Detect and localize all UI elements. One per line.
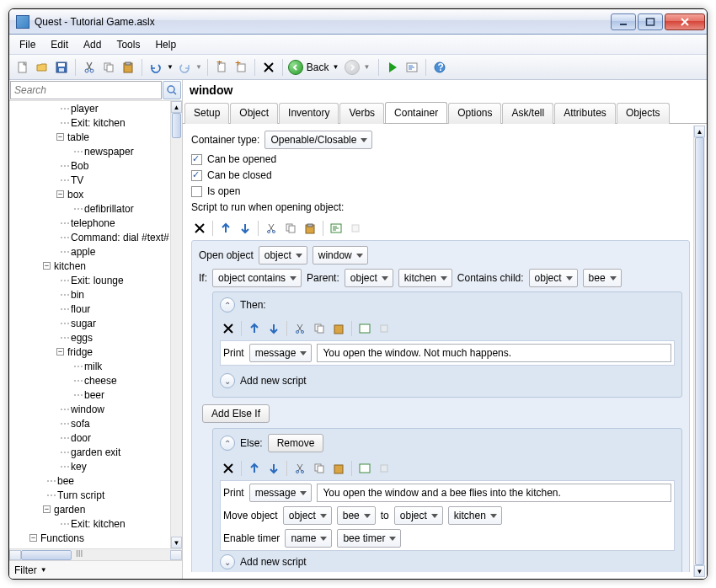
tree-item[interactable]: sofa <box>71 418 90 430</box>
can-open-checkbox[interactable] <box>191 154 202 165</box>
code-view-icon[interactable] <box>356 320 373 337</box>
cut-icon[interactable] <box>291 320 308 337</box>
print-type-dropdown[interactable]: message <box>249 344 313 362</box>
scroll-thumb[interactable] <box>695 137 704 565</box>
expand-icon[interactable] <box>376 460 393 477</box>
container-type-dropdown[interactable]: Openable/Closable <box>264 131 372 149</box>
move-dst-type-dropdown[interactable]: object <box>394 506 443 525</box>
tree-item[interactable]: table <box>67 131 89 143</box>
forward-button[interactable]: ▼ <box>345 60 373 75</box>
help-icon[interactable]: ? <box>431 59 448 76</box>
minimize-button[interactable] <box>611 13 636 30</box>
is-open-checkbox[interactable] <box>191 186 202 197</box>
tab-setup[interactable]: Setup <box>184 103 229 124</box>
timer-type-dropdown[interactable]: name <box>285 529 332 548</box>
copy-icon[interactable] <box>311 320 328 337</box>
tab-options[interactable]: Options <box>448 103 501 124</box>
content-vscrollbar[interactable]: ▲ ▼ <box>693 126 705 577</box>
titlebar[interactable]: Quest - Tutorial Game.aslx <box>9 9 707 35</box>
redo-dropdown-icon[interactable]: ▼ <box>195 63 202 71</box>
move-up-icon[interactable] <box>246 320 263 337</box>
code-view-script-icon[interactable] <box>328 220 345 237</box>
scroll-down-icon[interactable]: ▼ <box>171 537 182 548</box>
collapse-icon[interactable]: − <box>29 534 37 542</box>
tab-attributes[interactable]: Attributes <box>554 103 616 124</box>
expand-icon[interactable] <box>376 320 393 337</box>
if-condition-dropdown[interactable]: object contains <box>212 269 302 287</box>
object-tree[interactable]: ⋯player ⋯Exit: kitchen −table ⋯newspaper… <box>9 101 182 548</box>
scroll-up-icon[interactable]: ▲ <box>171 101 182 113</box>
tab-object[interactable]: Object <box>230 103 278 124</box>
timer-value-dropdown[interactable]: bee timer <box>337 529 401 548</box>
search-input[interactable] <box>10 81 162 99</box>
forward-dropdown-icon[interactable]: ▼ <box>363 63 370 71</box>
child-value-dropdown[interactable]: bee <box>583 269 622 287</box>
move-down-icon[interactable] <box>265 320 282 337</box>
filter-row[interactable]: Filter ▼ <box>9 560 182 579</box>
print-message-input[interactable] <box>317 344 671 362</box>
cut-icon[interactable] <box>81 59 98 76</box>
tree-item[interactable]: garden exit <box>71 446 120 458</box>
tree-item[interactable]: newspaper <box>84 146 134 158</box>
scroll-thumb[interactable] <box>172 113 181 138</box>
tree-item[interactable]: window <box>71 404 104 415</box>
tree-item[interactable]: Bob <box>71 160 88 172</box>
search-button[interactable] <box>163 81 181 99</box>
tree-item[interactable]: Turn script <box>57 489 104 501</box>
move-src-type-dropdown[interactable]: object <box>283 506 332 525</box>
tree-item[interactable]: kitchen <box>54 260 86 272</box>
menu-tools[interactable]: Tools <box>110 37 147 52</box>
move-down-icon[interactable] <box>237 220 254 237</box>
filter-dropdown-icon[interactable]: ▼ <box>40 566 47 574</box>
code-view-icon[interactable] <box>403 59 420 76</box>
parent-type-dropdown[interactable]: object <box>345 269 393 287</box>
tree-item[interactable]: Exit: kitchen <box>71 518 126 530</box>
tree-item[interactable]: key <box>71 461 87 473</box>
tree-item[interactable]: fridge <box>67 346 93 358</box>
save-icon[interactable] <box>53 59 70 76</box>
tree-item[interactable]: sugar <box>71 318 96 329</box>
tree-item[interactable]: defibrillator <box>84 203 134 215</box>
move-down-icon[interactable] <box>265 460 282 477</box>
undo-dropdown-icon[interactable]: ▼ <box>167 63 174 71</box>
scroll-up-icon[interactable]: ▲ <box>694 126 705 137</box>
tab-verbs[interactable]: Verbs <box>339 103 384 124</box>
tree-item[interactable]: bin <box>71 289 84 301</box>
tree-item[interactable]: player <box>71 103 99 115</box>
delete-icon[interactable] <box>260 59 277 76</box>
add-object-icon[interactable]: + <box>232 59 249 76</box>
tree-item[interactable]: Functions <box>40 532 84 544</box>
open-icon[interactable] <box>34 59 51 76</box>
paste-icon[interactable] <box>330 320 347 337</box>
delete-icon[interactable] <box>220 460 237 477</box>
delete-icon[interactable] <box>220 320 237 337</box>
collapse-icon[interactable]: − <box>56 348 64 355</box>
tree-item[interactable]: telephone <box>71 217 115 229</box>
scroll-right-icon[interactable] <box>170 550 182 560</box>
back-button[interactable]: Back ▼ <box>288 60 343 75</box>
tree-item[interactable]: beer <box>84 389 104 401</box>
paste-icon[interactable] <box>330 460 347 477</box>
open-object-target-dropdown[interactable]: window <box>313 246 368 265</box>
maximize-button[interactable] <box>638 13 663 30</box>
play-button[interactable] <box>384 59 401 76</box>
back-dropdown-icon[interactable]: ▼ <box>333 63 339 71</box>
tree-item[interactable]: cheese <box>84 375 117 387</box>
collapse-icon[interactable]: − <box>43 262 51 270</box>
add-script-label[interactable]: Add new script <box>240 375 307 387</box>
code-view-icon[interactable] <box>356 460 373 477</box>
tree-item[interactable]: box <box>67 189 83 200</box>
open-object-type-dropdown[interactable]: object <box>259 246 307 265</box>
tree-hscrollbar[interactable]: III <box>9 548 182 560</box>
tree-item[interactable]: bee <box>57 475 74 487</box>
tree-item[interactable]: milk <box>84 361 102 372</box>
tree-item[interactable]: door <box>71 432 91 444</box>
copy-icon[interactable] <box>100 59 117 76</box>
copy-icon[interactable] <box>311 460 328 477</box>
paste-script-icon[interactable] <box>302 220 318 237</box>
cut-icon[interactable] <box>291 460 308 477</box>
expand-add-icon[interactable]: ⌄ <box>220 373 235 388</box>
menu-edit[interactable]: Edit <box>44 37 75 52</box>
tree-item[interactable]: flour <box>71 303 90 315</box>
copy-script-icon[interactable] <box>282 220 299 237</box>
